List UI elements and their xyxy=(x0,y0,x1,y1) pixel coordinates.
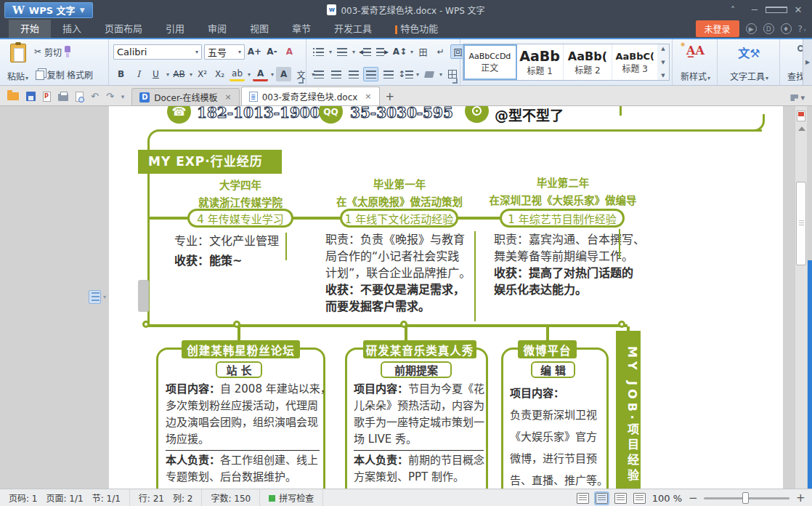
new-style-button[interactable]: A̲A 新样式▾ xyxy=(678,42,713,84)
tab-special-features[interactable]: 特色功能 xyxy=(383,20,450,38)
font-size-combo[interactable]: 五号▾ xyxy=(204,44,245,60)
document-page[interactable]: ☎ 182-1013-1900 QQ 35-3030-595 @型不型了 MY … xyxy=(109,106,783,489)
help-button[interactable]: ?▾ xyxy=(798,24,806,34)
gallery-expand-icon[interactable]: ▼ xyxy=(661,73,665,79)
vertical-scrollbar[interactable] xyxy=(795,106,807,489)
paragraph-dialog-launcher[interactable] xyxy=(452,79,458,84)
page-view-icon[interactable] xyxy=(596,493,608,504)
close-tab-icon[interactable]: × xyxy=(224,92,231,102)
scroll-up-arrow[interactable] xyxy=(798,126,805,131)
highlight-button[interactable]: ab xyxy=(230,67,245,81)
print-icon[interactable] xyxy=(58,94,68,101)
font-dialog-launcher[interactable] xyxy=(299,79,304,84)
maximize-button[interactable] xyxy=(766,0,787,20)
quick-access-dropdown-icon[interactable]: ▾ xyxy=(121,93,125,100)
line-spacing-button[interactable]: ↕ xyxy=(398,67,413,81)
ribbon-scroll-right[interactable]: ▶ xyxy=(803,39,812,85)
align-left-button[interactable] xyxy=(311,67,326,81)
scroll-up-icon[interactable]: ▲ xyxy=(661,46,665,52)
font-color-button[interactable]: A xyxy=(253,67,268,81)
minimize-button[interactable]: ─ xyxy=(744,0,766,20)
scrollbar-thumb[interactable] xyxy=(796,182,806,265)
bold-button[interactable]: B xyxy=(113,67,129,81)
strikethrough-button[interactable]: AB xyxy=(171,67,187,81)
char-shading-button[interactable]: A xyxy=(276,67,291,81)
toolbar-options[interactable]: ▾ xyxy=(790,93,805,103)
decrease-indent-button[interactable]: ◂ xyxy=(357,44,373,59)
style-heading1[interactable]: AaBb 标题 1 xyxy=(517,44,564,80)
login-button[interactable]: 未登录 xyxy=(696,20,739,37)
bookmark-icon[interactable] xyxy=(797,111,805,121)
increase-indent-button[interactable]: ▸ xyxy=(375,44,390,59)
tab-section[interactable]: 章节 xyxy=(280,20,322,38)
zoom-slider[interactable] xyxy=(704,497,789,499)
italic-button[interactable]: I xyxy=(131,67,146,81)
close-button[interactable]: ✕ xyxy=(787,0,809,20)
fullscreen-view-icon[interactable] xyxy=(577,493,589,504)
distribute-table-button[interactable]: 田 xyxy=(415,44,431,59)
play-icon[interactable]: ▶ xyxy=(746,23,757,34)
new-tab-button[interactable]: + xyxy=(381,90,402,105)
distribute-button[interactable] xyxy=(381,67,396,81)
clear-format-button[interactable]: A xyxy=(282,44,297,59)
shrink-font-button[interactable]: A- xyxy=(264,44,280,59)
text-tools-button[interactable]: 文⚒ 文字工具▾ xyxy=(727,42,771,84)
chevron-down-icon: ▾ xyxy=(800,93,805,103)
tab-references[interactable]: 引用 xyxy=(154,20,196,38)
style-heading2[interactable]: AaBb( 标题 2 xyxy=(564,44,613,80)
justify-button[interactable] xyxy=(363,67,378,81)
skin-icon[interactable]: ♦ xyxy=(781,23,792,34)
tab-insert[interactable]: 插入 xyxy=(51,20,93,38)
wps-menu-button[interactable]: W WPS 文字 ▼ xyxy=(4,2,93,18)
outline-view-icon[interactable] xyxy=(614,493,627,504)
save-icon[interactable] xyxy=(26,92,36,101)
tab-home[interactable]: 开始 xyxy=(9,20,51,38)
anchor-handle[interactable] xyxy=(138,280,149,312)
style-heading3[interactable]: AaBbC( 标题 3 xyxy=(612,44,657,80)
superscript-button[interactable]: X² xyxy=(195,67,210,81)
underline-button[interactable]: U xyxy=(148,67,163,81)
copy-button[interactable]: 复制 xyxy=(34,67,65,81)
export-pdf-icon[interactable] xyxy=(43,92,51,102)
zoom-out-button[interactable]: − xyxy=(689,491,697,505)
subscript-button[interactable]: X₂ xyxy=(212,67,227,81)
scroll-down-icon[interactable]: ▼ xyxy=(661,60,665,65)
wps-window: W WPS 文字 ▼ w 003-爱奇艺绿色块.docx - WPS 文字 ˄ … xyxy=(0,0,812,506)
tab-dev-tools[interactable]: 开发工具 xyxy=(322,20,383,38)
status-word-count[interactable]: 字数: 150 xyxy=(202,489,260,506)
tab-docer-templates[interactable]: D Docer-在线模板 × xyxy=(131,88,239,105)
paste-button[interactable]: 粘贴▾ xyxy=(4,42,31,84)
redo-icon[interactable]: ↷ xyxy=(106,91,114,102)
align-right-button[interactable] xyxy=(346,67,361,81)
shading-fill-button[interactable] xyxy=(421,67,437,81)
zoom-in-button[interactable]: + xyxy=(796,491,805,505)
grow-font-button[interactable]: A+ xyxy=(247,44,262,59)
tab-current-document[interactable]: ≣ 003-爱奇艺绿色块.docx × xyxy=(241,87,380,105)
web-view-icon[interactable] xyxy=(633,493,646,504)
zoom-percentage[interactable]: 100 % xyxy=(652,493,682,504)
align-center-button[interactable] xyxy=(328,67,344,81)
close-tab-icon[interactable]: × xyxy=(365,92,371,101)
show-marks-button[interactable]: ↵ xyxy=(433,44,448,59)
style-normal[interactable]: AaBbCcDd 正文 xyxy=(463,44,517,80)
weibo-icon xyxy=(465,106,489,123)
collapse-ribbon-button[interactable]: ˄ xyxy=(722,0,744,20)
font-name-combo[interactable]: Calibri▾ xyxy=(113,44,202,60)
tab-view[interactable]: 视图 xyxy=(238,20,280,38)
object-anchor[interactable]: ▾ xyxy=(89,290,106,304)
find-replace-button[interactable]: 查找替 xyxy=(784,42,803,84)
style-gallery-scroll[interactable]: ▲ ▼ ▼ xyxy=(657,44,669,80)
open-file-icon[interactable] xyxy=(7,92,19,100)
format-painter-button[interactable]: 格式刷 xyxy=(67,67,93,81)
status-spellcheck[interactable]: 拼写检查 xyxy=(260,489,323,506)
bullets-button[interactable] xyxy=(311,44,326,59)
print-preview-icon[interactable] xyxy=(76,92,84,102)
numbering-button[interactable] xyxy=(334,44,349,59)
zoom-slider-handle[interactable] xyxy=(742,492,749,504)
char-scale-button[interactable]: A↕ xyxy=(392,44,407,59)
undo-icon[interactable]: ↶ xyxy=(91,91,99,102)
tab-page-layout[interactable]: 页面布局 xyxy=(93,20,154,38)
cut-button[interactable]: ✂ 剪切 xyxy=(34,44,62,59)
tab-review[interactable]: 审阅 xyxy=(196,20,238,38)
docer-round-icon[interactable]: D xyxy=(763,23,774,34)
